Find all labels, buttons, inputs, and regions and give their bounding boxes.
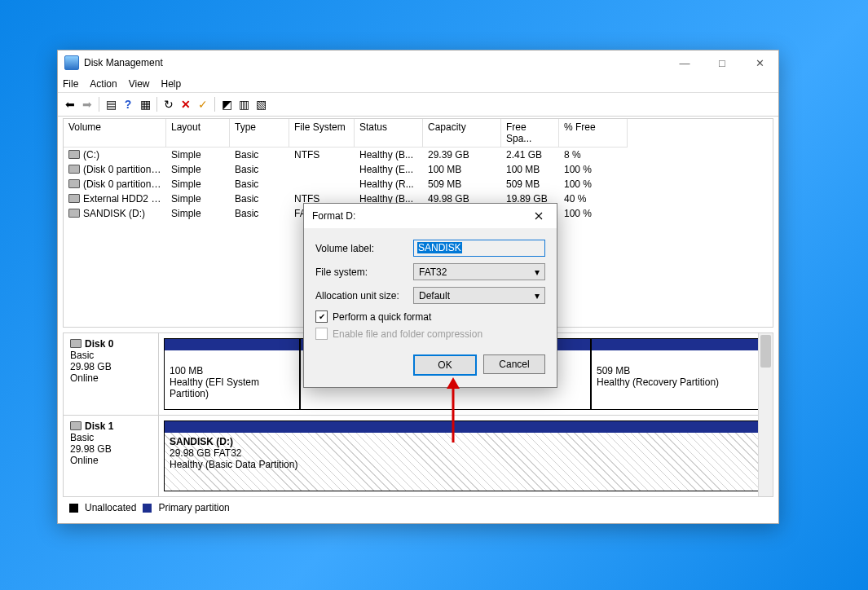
- menu-action[interactable]: Action: [90, 78, 117, 90]
- forward-icon[interactable]: ➡: [80, 97, 95, 112]
- disk0-partition-efi[interactable]: 100 MBHealthy (EFI System Partition): [164, 338, 300, 410]
- help-icon[interactable]: ?: [121, 97, 135, 112]
- quick-format-checkbox[interactable]: ✔: [315, 310, 328, 323]
- volume-icon: [68, 150, 80, 159]
- volume-label-label: Volume label:: [315, 243, 413, 254]
- minimize-button[interactable]: —: [666, 51, 703, 75]
- legend-unallocated-label: Unallocated: [85, 502, 136, 513]
- disk-row-1[interactable]: Disk 1 Basic 29.98 GB Online SANDISK (D:…: [64, 416, 773, 497]
- toolbar: ⬅ ➡ ▤ ? ▦ ↻ ✕ ✓ ◩ ▥ ▧: [58, 93, 778, 117]
- dialog-title: Format D:: [312, 210, 521, 222]
- toolbar-icon-b[interactable]: ▥: [236, 97, 251, 112]
- col-status[interactable]: Status: [355, 119, 423, 148]
- col-pctfree[interactable]: % Free: [559, 119, 628, 148]
- allocation-unit-select[interactable]: Default▾: [413, 287, 545, 304]
- menu-view[interactable]: View: [129, 78, 150, 90]
- col-filesystem[interactable]: File System: [289, 119, 355, 148]
- graphical-scrollbar[interactable]: [758, 333, 773, 496]
- volume-icon: [68, 179, 80, 188]
- legend-unallocated-swatch: [69, 504, 78, 513]
- disk0-partition-recovery[interactable]: 509 MBHealthy (Recovery Partition): [591, 338, 768, 410]
- maximize-button[interactable]: □: [703, 51, 741, 75]
- ok-button[interactable]: OK: [413, 354, 477, 376]
- toolbar-icon-a[interactable]: ◩: [219, 97, 234, 112]
- back-icon[interactable]: ⬅: [63, 97, 77, 112]
- dialog-close-button[interactable]: [521, 206, 557, 226]
- chevron-down-icon: ▾: [535, 290, 540, 302]
- volume-list-header[interactable]: Volume Layout Type File System Status Ca…: [64, 119, 773, 148]
- show-hide-tree-icon[interactable]: ▤: [104, 97, 118, 112]
- volume-icon: [68, 165, 80, 174]
- refresh-icon[interactable]: ↻: [161, 97, 176, 112]
- menu-help[interactable]: Help: [161, 78, 182, 90]
- disk1-partition-sandisk[interactable]: SANDISK (D:)29.98 GB FAT32Healthy (Basic…: [164, 420, 768, 492]
- titlebar[interactable]: Disk Management — □ ✕: [58, 51, 778, 75]
- col-capacity[interactable]: Capacity: [423, 119, 501, 148]
- disk-icon: [70, 339, 82, 348]
- legend-primary-swatch: [143, 504, 152, 513]
- volume-icon: [68, 209, 80, 218]
- app-icon: [64, 55, 79, 70]
- quick-format-label: Perform a quick format: [333, 311, 431, 323]
- toolbar-icon-c[interactable]: ▧: [253, 97, 268, 112]
- legend: Unallocated Primary partition: [63, 499, 773, 517]
- volume-icon: [68, 194, 80, 203]
- volume-row[interactable]: (C:)SimpleBasicNTFSHealthy (B...29.39 GB…: [64, 148, 773, 162]
- compression-label: Enable file and folder compression: [333, 328, 482, 340]
- allocation-unit-label: Allocation unit size:: [315, 290, 413, 302]
- col-free[interactable]: Free Spa...: [501, 119, 559, 148]
- legend-primary-label: Primary partition: [158, 502, 229, 513]
- file-system-select[interactable]: FAT32▾: [413, 263, 545, 280]
- volume-label-input[interactable]: SANDISK: [413, 240, 545, 257]
- format-dialog: Format D: Volume label: SANDISK File sys…: [303, 203, 557, 388]
- chevron-down-icon: ▾: [535, 266, 540, 278]
- disk-1-meta: Disk 1 Basic 29.98 GB Online: [64, 416, 159, 497]
- col-volume[interactable]: Volume: [64, 119, 166, 148]
- col-type[interactable]: Type: [230, 119, 289, 148]
- disk-0-meta: Disk 0 Basic 29.98 GB Online: [64, 333, 159, 415]
- menubar: File Action View Help: [58, 75, 778, 93]
- volume-row[interactable]: (Disk 0 partition 1)SimpleBasicHealthy (…: [64, 162, 773, 177]
- window-title: Disk Management: [84, 57, 666, 68]
- disk-icon: [70, 421, 82, 430]
- menu-file[interactable]: File: [63, 78, 78, 90]
- close-button[interactable]: ✕: [741, 51, 778, 75]
- file-system-label: File system:: [315, 266, 413, 278]
- delete-icon[interactable]: ✕: [178, 97, 193, 112]
- compression-checkbox: [315, 328, 328, 340]
- volume-row[interactable]: (Disk 0 partition 4)SimpleBasicHealthy (…: [64, 177, 773, 192]
- view-top-icon[interactable]: ▦: [138, 97, 152, 112]
- cancel-button[interactable]: Cancel: [483, 354, 545, 374]
- window-controls: — □ ✕: [666, 51, 778, 75]
- col-layout[interactable]: Layout: [166, 119, 230, 148]
- properties-icon[interactable]: ✓: [196, 97, 210, 112]
